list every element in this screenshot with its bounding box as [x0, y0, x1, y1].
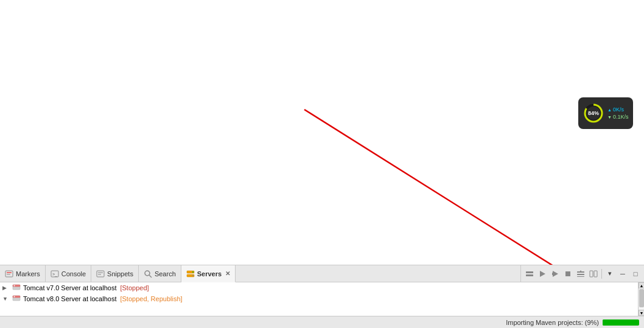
svg-rect-19 — [526, 271, 533, 273]
svg-rect-23 — [552, 273, 553, 275]
server-item[interactable]: ▼ Tomcat v8.0 Server at localhost [Stopp… — [0, 293, 638, 304]
tab-servers[interactable]: Servers ✕ — [181, 265, 236, 282]
svg-marker-21 — [540, 271, 545, 277]
download-arrow-icon — [607, 114, 612, 120]
svg-marker-22 — [553, 271, 558, 277]
server-item[interactable]: ▶ Tomcat v7.0 Server at localhost [Stopp… — [0, 282, 638, 293]
main-content-area: 84% 0K/s 0.1K/s — [0, 0, 644, 265]
tab-row: Markers >_ Console Snippets — [0, 265, 644, 282]
expand-icon: ▼ — [2, 296, 10, 302]
tomcat-v8-icon — [12, 295, 21, 303]
svg-point-36 — [14, 296, 15, 298]
scrollbar-thumb[interactable] — [639, 289, 644, 307]
tab-search-label: Search — [155, 270, 176, 277]
server-status-v8: [Stopped, Republish] — [120, 295, 182, 302]
cpu-circle: 84% — [582, 102, 605, 125]
servers-toolbar: ▾ ─ □ — [520, 265, 644, 282]
progress-bar — [603, 319, 639, 326]
console-icon: >_ — [51, 270, 59, 278]
svg-rect-24 — [565, 271, 570, 276]
server-name-v8: Tomcat v8.0 Server at localhost — [23, 295, 116, 302]
tabs-area: Markers >_ Console Snippets — [0, 265, 520, 282]
svg-marker-28 — [579, 270, 582, 272]
upload-stat: 0K/s — [607, 106, 628, 113]
dropdown-button[interactable]: ▾ — [604, 268, 616, 280]
tomcat-v7-icon — [12, 284, 21, 292]
cpu-percent-label: 84% — [588, 110, 599, 116]
svg-point-33 — [14, 285, 15, 287]
network-stats: 0K/s 0.1K/s — [607, 106, 628, 120]
debug-server-button[interactable] — [549, 268, 561, 280]
svg-text:>_: >_ — [52, 272, 57, 277]
expand-icon: ▶ — [2, 285, 10, 291]
svg-rect-29 — [590, 271, 593, 277]
server-panel-wrapper: ▶ Tomcat v7.0 Server at localhost [Stopp… — [0, 282, 644, 316]
scrollbar-track — [639, 288, 644, 310]
upload-arrow-icon — [607, 106, 612, 113]
tab-markers[interactable]: Markers — [0, 265, 46, 282]
status-bar: Importing Maven projects: (9%) — [0, 316, 644, 328]
svg-rect-20 — [526, 274, 533, 276]
svg-line-4 — [304, 110, 632, 265]
servers-icon — [186, 270, 195, 278]
svg-rect-30 — [594, 271, 597, 277]
svg-point-13 — [145, 271, 150, 276]
maximize-panel-button[interactable]: □ — [629, 268, 642, 280]
download-stat: 0.1K/s — [607, 114, 628, 120]
server-name-v7: Tomcat v7.0 Server at localhost — [23, 284, 116, 291]
tab-markers-label: Markers — [16, 270, 40, 277]
svg-rect-5 — [5, 271, 13, 277]
tab-snippets-label: Snippets — [107, 270, 133, 277]
tab-servers-label: Servers — [197, 270, 222, 277]
tab-console[interactable]: >_ Console — [46, 265, 91, 282]
search-icon — [144, 270, 152, 278]
bottom-panel: Markers >_ Console Snippets — [0, 265, 644, 328]
svg-point-17 — [192, 271, 194, 273]
publish-button[interactable] — [575, 268, 587, 280]
minimize-panel-button[interactable]: ─ — [617, 268, 629, 280]
tab-snippets[interactable]: Snippets — [91, 265, 139, 282]
network-cpu-widget: 84% 0K/s 0.1K/s — [578, 97, 633, 129]
scroll-down-button[interactable]: ▼ — [639, 310, 644, 316]
progress-text: Importing Maven projects: (9%) — [506, 319, 599, 326]
tab-servers-close[interactable]: ✕ — [225, 270, 230, 277]
columns-button[interactable] — [587, 268, 600, 280]
svg-line-14 — [149, 275, 152, 277]
snippets-icon — [96, 270, 105, 278]
server-status-v7: [Stopped] — [120, 284, 149, 291]
tab-console-label: Console — [61, 270, 86, 277]
markers-icon — [5, 270, 13, 278]
toolbar-separator — [601, 269, 602, 279]
svg-point-18 — [192, 275, 194, 276]
status-progress: Importing Maven projects: (9%) — [506, 319, 639, 326]
server-list-scrollbar[interactable]: ▲ ▼ — [638, 282, 644, 316]
progress-fill — [603, 319, 606, 326]
new-server-button[interactable] — [523, 268, 536, 280]
server-list: ▶ Tomcat v7.0 Server at localhost [Stopp… — [0, 282, 638, 316]
svg-rect-26 — [577, 274, 584, 275]
upload-speed: 0K/s — [613, 106, 624, 113]
svg-rect-27 — [577, 276, 584, 277]
stop-server-button[interactable] — [562, 268, 574, 280]
tab-search[interactable]: Search — [139, 265, 181, 282]
start-server-button[interactable] — [536, 268, 548, 280]
download-speed: 0.1K/s — [613, 114, 629, 120]
svg-rect-10 — [97, 271, 104, 277]
scroll-up-button[interactable]: ▲ — [639, 282, 644, 288]
